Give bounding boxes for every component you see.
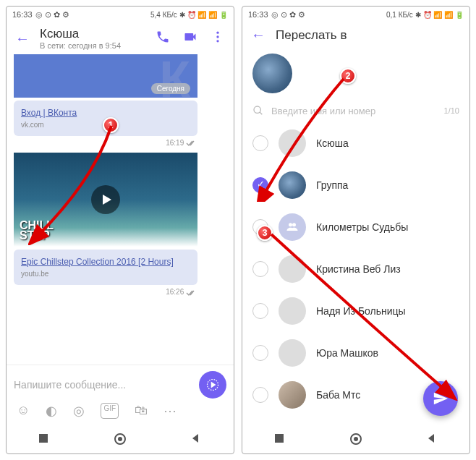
selected-avatar[interactable] xyxy=(252,54,292,93)
svg-point-11 xyxy=(292,223,296,226)
contact-radio[interactable] xyxy=(252,219,268,235)
contact-name: Юра Машков xyxy=(316,347,378,359)
play-icon[interactable] xyxy=(91,185,120,214)
contact-avatar xyxy=(279,129,306,157)
status-net: 5,4 КБ/с xyxy=(150,11,177,19)
camera-icon[interactable]: ◎ xyxy=(73,403,85,419)
search-row[interactable]: Введите имя или номер 1/10 xyxy=(242,99,469,122)
menu-icon[interactable] xyxy=(211,30,225,47)
back-arrow-icon[interactable]: ← xyxy=(251,27,265,43)
chat-subtitle: В сети: сегодня в 9:54 xyxy=(40,41,145,50)
android-nav xyxy=(242,425,469,453)
status-icons: ✱ ⏰ 📶 📶 🔋 xyxy=(415,11,464,19)
status-time: 16:33 xyxy=(248,10,268,19)
contact-radio[interactable] xyxy=(252,177,268,193)
more-icon[interactable]: ⋯ xyxy=(163,403,177,419)
chat-body[interactable]: К Сегодня Вход | ВКонта vk.com 16:19 CHI… xyxy=(7,54,234,365)
contact-avatar xyxy=(279,171,306,199)
contact-radio[interactable] xyxy=(252,261,268,277)
svg-point-14 xyxy=(354,437,358,441)
svg-point-7 xyxy=(118,437,122,441)
contact-radio[interactable] xyxy=(252,345,268,361)
msg-time-2: 16:26 xyxy=(7,288,234,299)
svg-line-9 xyxy=(260,112,262,114)
nav-back-icon[interactable] xyxy=(425,433,438,446)
annotation-marker-2: 2 xyxy=(340,68,356,84)
status-time: 16:33 xyxy=(12,10,33,19)
date-chip: Сегодня xyxy=(151,83,190,94)
contact-name: Километры Судьбы xyxy=(316,221,408,233)
nav-home-icon[interactable] xyxy=(114,433,127,446)
message-bubble-video[interactable]: Epic Chillstep Collection 2016 [2 Hours]… xyxy=(14,250,197,285)
send-voice-button[interactable] xyxy=(199,371,226,399)
svg-point-8 xyxy=(254,106,260,113)
svg-marker-4 xyxy=(211,383,215,388)
svg-point-0 xyxy=(216,32,218,34)
svg-rect-5 xyxy=(39,434,48,443)
video-call-icon[interactable] xyxy=(183,30,197,47)
android-nav xyxy=(7,425,234,453)
contact-name: Кристина Веб Лиз xyxy=(316,263,401,275)
contact-name: Баба Мтс xyxy=(316,389,360,401)
gif-icon[interactable]: GIF xyxy=(101,403,119,419)
forward-header: ← Переслать в xyxy=(242,22,469,48)
status-bar: 16:33 ◎ ⊙ ✿ ⚙ 0,1 КБ/с ✱ ⏰ 📶 📶 🔋 xyxy=(242,7,469,22)
video-thumbnail[interactable]: CHILLSTEP xyxy=(14,153,197,247)
back-arrow-icon[interactable]: ← xyxy=(15,30,30,47)
contact-avatar xyxy=(279,213,306,241)
message-input[interactable]: Напишите сообщение... xyxy=(14,375,193,395)
contact-radio[interactable] xyxy=(252,387,268,403)
svg-point-2 xyxy=(216,40,218,42)
svg-point-10 xyxy=(289,223,292,226)
chat-header: ← Ксюша В сети: сегодня в 9:54 xyxy=(7,22,234,54)
contact-radio[interactable] xyxy=(252,135,268,151)
contact-name: Надя Из Больницы xyxy=(316,305,406,317)
search-placeholder[interactable]: Введите имя или номер xyxy=(271,106,375,116)
contact-row[interactable]: Километры Судьбы xyxy=(242,206,469,248)
status-icons: ✱ ⏰ 📶 📶 🔋 xyxy=(179,11,228,19)
forward-screen: 16:33 ◎ ⊙ ✿ ⚙ 0,1 КБ/с ✱ ⏰ 📶 📶 🔋 ← Перес… xyxy=(242,6,470,454)
nav-recent-icon[interactable] xyxy=(38,433,51,446)
contact-name: Ксюша xyxy=(316,137,349,149)
forward-title: Переслать в xyxy=(276,28,347,43)
search-icon xyxy=(252,105,264,116)
status-net: 0,1 КБ/с xyxy=(386,11,413,19)
status-icon: ◎ ⊙ ✿ ⚙ xyxy=(35,10,69,20)
emoji-icon[interactable]: ☺ xyxy=(17,403,30,419)
vk-source: vk.com xyxy=(21,121,190,129)
contact-row[interactable]: Надя Из Больницы xyxy=(242,290,469,332)
nav-home-icon[interactable] xyxy=(349,433,362,446)
contact-avatar xyxy=(279,255,306,283)
input-area: Напишите сообщение... ☺ ◐ ◎ GIF 🛍 ⋯ xyxy=(7,365,234,425)
svg-point-1 xyxy=(216,35,218,38)
contact-name: Группа xyxy=(316,179,348,191)
nav-back-icon[interactable] xyxy=(190,433,203,446)
sticker-icon[interactable]: ◐ xyxy=(46,403,57,419)
contact-avatar xyxy=(279,297,306,325)
video-link[interactable]: Epic Chillstep Collection 2016 [2 Hours] xyxy=(21,257,174,267)
contact-avatar xyxy=(279,381,306,409)
svg-rect-12 xyxy=(275,434,284,443)
contact-avatar xyxy=(279,339,306,367)
selection-count: 1/10 xyxy=(444,106,459,115)
status-icon: ◎ ⊙ ✿ ⚙ xyxy=(271,10,305,20)
status-bar: 16:33 ◎ ⊙ ✿ ⚙ 5,4 КБ/с ✱ ⏰ 📶 📶 🔋 xyxy=(7,7,234,22)
vk-link[interactable]: Вход | ВКонта xyxy=(21,108,77,118)
chat-title[interactable]: Ксюша xyxy=(40,27,145,41)
shop-icon[interactable]: 🛍 xyxy=(135,403,148,419)
call-icon[interactable] xyxy=(156,30,170,47)
nav-recent-icon[interactable] xyxy=(273,433,286,446)
contact-radio[interactable] xyxy=(252,303,268,319)
chat-screen: 16:33 ◎ ⊙ ✿ ⚙ 5,4 КБ/с ✱ ⏰ 📶 📶 🔋 ← Ксюша… xyxy=(6,6,234,454)
send-forward-button[interactable] xyxy=(423,381,458,416)
contact-row[interactable]: Ксюша xyxy=(242,122,469,164)
contacts-list[interactable]: КсюшаГруппаКилометры СудьбыКристина Веб … xyxy=(242,122,469,425)
video-source: youtu.be xyxy=(21,270,190,278)
contact-row[interactable]: Юра Машков xyxy=(242,332,469,374)
contact-row[interactable]: Кристина Веб Лиз xyxy=(242,248,469,290)
contact-row[interactable]: Группа xyxy=(242,164,469,206)
msg-time-1: 16:19 xyxy=(7,139,234,150)
